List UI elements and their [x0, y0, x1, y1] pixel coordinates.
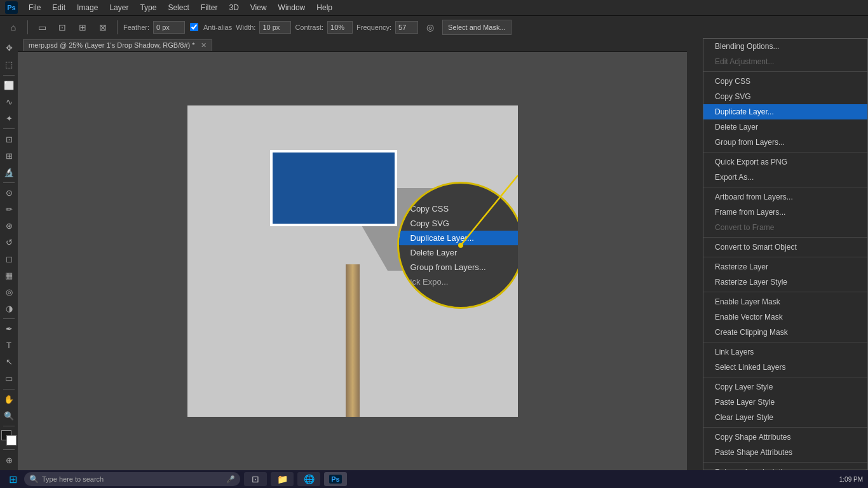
- magnify-circle: Copy CSS Copy SVG Duplicate Layer... Del…: [397, 182, 518, 309]
- tool-path-select[interactable]: ↖: [1, 355, 17, 370]
- ctx-item-artboard-from-layers[interactable]: Artboard from Layers...: [703, 189, 867, 205]
- tool-marquee[interactable]: ⬜: [1, 78, 17, 93]
- tool-dodge[interactable]: ◑: [1, 301, 17, 316]
- tool-select4-icon[interactable]: ⊠: [95, 19, 111, 36]
- tool-clone[interactable]: ⊛: [1, 219, 17, 234]
- tool-extra-bottom[interactable]: ⊕: [1, 452, 17, 468]
- ctx-item-group-from-layers[interactable]: Group from Layers...: [703, 135, 867, 150]
- tool-type[interactable]: T: [1, 338, 17, 353]
- ctx-item-rasterize-layer-style[interactable]: Rasterize Layer Style: [703, 274, 867, 290]
- sign-board: [270, 150, 397, 226]
- tool-lasso[interactable]: ∿: [1, 95, 17, 110]
- ctx-item-copy-svg[interactable]: Copy SVG: [703, 89, 867, 104]
- tool-frame[interactable]: ⊞: [1, 148, 17, 163]
- tool-sep7: [3, 449, 15, 450]
- menu-3d[interactable]: 3D: [224, 2, 243, 13]
- tool-spot-heal[interactable]: ⊙: [1, 186, 17, 201]
- taskbar-browser[interactable]: 🌐: [297, 472, 320, 486]
- menu-type[interactable]: Type: [135, 2, 161, 13]
- menu-help[interactable]: Help: [312, 2, 337, 13]
- tool-sep6: [3, 426, 15, 426]
- separator-sep5: [703, 257, 867, 257]
- ctx-item-enable-layer-mask[interactable]: Enable Layer Mask: [703, 294, 867, 309]
- ctx-item-link-layers[interactable]: Link Layers: [703, 344, 867, 360]
- taskbar-search-box[interactable]: 🔍 Type here to search 🎤: [24, 472, 240, 486]
- menu-image[interactable]: Image: [72, 2, 102, 13]
- tab-title[interactable]: merp.psd @ 25% (Layer 1's Drop Shadow, R…: [23, 39, 212, 51]
- contrast-input[interactable]: [327, 21, 353, 34]
- contrast-label: Contrast:: [295, 24, 323, 31]
- menu-select[interactable]: Select: [163, 2, 193, 13]
- tool-eraser[interactable]: ◻: [1, 252, 17, 267]
- menu-file[interactable]: File: [24, 2, 45, 13]
- tool-pen[interactable]: ✒: [1, 322, 17, 337]
- tool-zoom[interactable]: 🔍: [1, 408, 17, 423]
- ctx-item-clear-layer-style[interactable]: Clear Layer Style: [703, 410, 867, 425]
- ctx-item-blending-options[interactable]: Blending Options...: [703, 39, 867, 54]
- anti-alias-checkbox[interactable]: [190, 23, 198, 31]
- tool-sep4: [3, 318, 15, 319]
- ctx-item-create-clipping-mask[interactable]: Create Clipping Mask: [703, 325, 867, 340]
- mic-icon: 🎤: [226, 475, 235, 484]
- anti-alias-label: Anti-alias: [203, 24, 232, 31]
- tool-select2-icon[interactable]: ⊡: [54, 19, 71, 36]
- taskbar-photoshop[interactable]: Ps: [324, 472, 347, 486]
- color-swatches[interactable]: [1, 430, 17, 445]
- select-mask-button[interactable]: Select and Mask...: [442, 20, 512, 35]
- ctx-item-delete-layer[interactable]: Delete Layer: [703, 119, 867, 135]
- tool-extra-icon[interactable]: ◎: [422, 19, 438, 36]
- tool-brush[interactable]: ✏: [1, 202, 17, 217]
- tool-history[interactable]: ↺: [1, 235, 17, 250]
- ctx-item-frame-from-layers[interactable]: Frame from Layers...: [703, 205, 867, 220]
- ctx-item-paste-layer-style[interactable]: Paste Layer Style: [703, 395, 867, 410]
- ctx-item-quick-export[interactable]: Quick Export as PNG: [703, 154, 867, 170]
- toolbar-sep1: [27, 20, 28, 34]
- sign-post: [346, 264, 360, 417]
- ctx-item-copy-css[interactable]: Copy CSS: [703, 74, 867, 89]
- ctx-item-select-linked-layers[interactable]: Select Linked Layers: [703, 360, 867, 375]
- ctx-item-release-isolation[interactable]: Release from Isolation: [703, 464, 867, 470]
- feather-input[interactable]: [153, 21, 185, 34]
- canvas-image[interactable]: Copy CSS Copy SVG Duplicate Layer... Del…: [187, 105, 518, 417]
- ctx-item-rasterize-layer[interactable]: Rasterize Layer: [703, 259, 867, 274]
- tool-blur[interactable]: ◎: [1, 284, 17, 299]
- menu-filter[interactable]: Filter: [196, 2, 222, 13]
- ctx-item-copy-shape-attributes[interactable]: Copy Shape Attributes: [703, 430, 867, 445]
- menu-layer[interactable]: Layer: [105, 2, 133, 13]
- tool-hand[interactable]: ✋: [1, 392, 17, 407]
- ctx-item-enable-vector-mask[interactable]: Enable Vector Mask: [703, 309, 867, 325]
- ctx-item-export-as[interactable]: Export As...: [703, 170, 867, 185]
- taskbar-task-view[interactable]: ⊡: [244, 472, 267, 486]
- tool-select3-icon[interactable]: ⊞: [74, 19, 91, 36]
- tool-move[interactable]: ✥: [1, 41, 17, 56]
- tool-shape[interactable]: ▭: [1, 371, 17, 386]
- frequency-input[interactable]: [395, 21, 418, 34]
- ctx-item-copy-layer-style[interactable]: Copy Layer Style: [703, 379, 867, 395]
- feather-label: Feather:: [123, 24, 149, 31]
- menu-edit[interactable]: Edit: [48, 2, 70, 13]
- tool-gradient[interactable]: ▦: [1, 268, 17, 283]
- menu-view[interactable]: View: [246, 2, 271, 13]
- tab-close-button[interactable]: ✕: [201, 41, 207, 49]
- ctx-item-paste-shape-attributes[interactable]: Paste Shape Attributes: [703, 445, 867, 460]
- tool-select-icon[interactable]: ▭: [34, 19, 50, 36]
- tool-artboard[interactable]: ⬚: [1, 57, 17, 72]
- ctx-item-convert-smart-object[interactable]: Convert to Smart Object: [703, 240, 867, 255]
- tool-sep3: [3, 182, 15, 183]
- taskbar-file-explorer[interactable]: 📁: [271, 472, 294, 486]
- menu-window[interactable]: Window: [274, 2, 310, 13]
- separator-sep3: [703, 187, 867, 187]
- bg-color[interactable]: [6, 435, 17, 445]
- tool-home-icon[interactable]: ⌂: [5, 19, 22, 36]
- separator-sep9: [703, 427, 867, 428]
- tool-crop[interactable]: ⊡: [1, 132, 17, 147]
- tool-magic-wand[interactable]: ✦: [1, 111, 17, 126]
- tool-eyedropper[interactable]: 🔬: [1, 165, 17, 180]
- circle-group-from-layers: Group from Layers...: [399, 260, 518, 274]
- ctx-item-duplicate-layer[interactable]: Duplicate Layer...: [703, 104, 867, 119]
- separator-sep2: [703, 152, 867, 152]
- width-input[interactable]: [259, 21, 291, 34]
- ctx-item-convert-to-frame: Convert to Frame: [703, 220, 867, 235]
- start-button[interactable]: ⊞: [5, 472, 20, 486]
- circle-duplicate-layer: Duplicate Layer...: [399, 231, 518, 245]
